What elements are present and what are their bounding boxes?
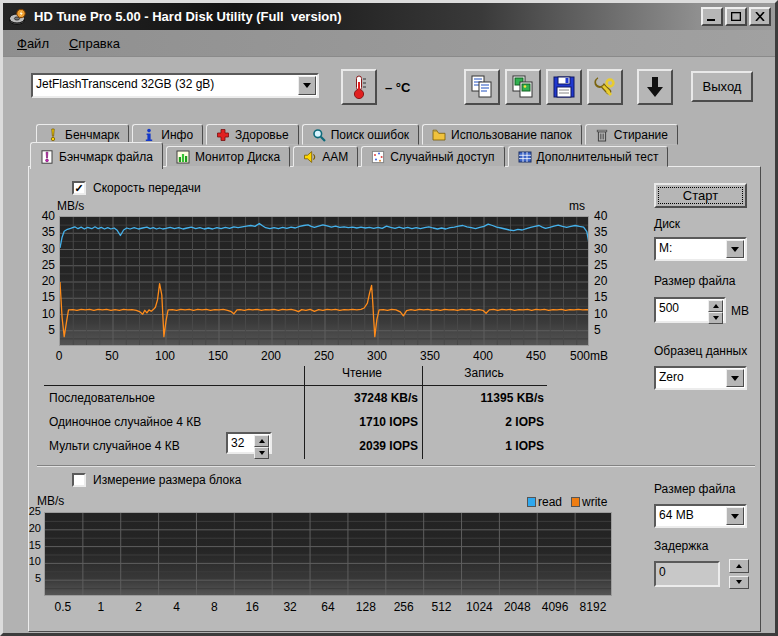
menu-help[interactable]: Справка — [59, 33, 130, 54]
x-tick-label: 1 — [82, 600, 120, 614]
tab-label: Случайный доступ — [390, 150, 494, 164]
disk-select[interactable]: M: — [654, 237, 747, 261]
y-tick-label: 10 — [29, 307, 55, 321]
x-tick-label: 4 — [158, 600, 196, 614]
checkbox-checked-icon: ✓ — [72, 181, 86, 195]
file-size-label: Размер файла — [654, 274, 736, 288]
spinner-up-button[interactable] — [254, 435, 269, 447]
copy-text-button[interactable] — [464, 69, 500, 105]
row-multi-random-write: 1 IOPS — [424, 439, 544, 453]
close-button[interactable] — [749, 7, 771, 26]
device-select[interactable]: JetFlashTranscend 32GB (32 gB) — [31, 73, 319, 98]
download-button[interactable] — [637, 69, 673, 105]
dropdown-arrow-icon[interactable] — [298, 76, 316, 95]
file-size-spinner[interactable]: 500 — [654, 297, 726, 323]
spinner-up-button[interactable] — [729, 559, 749, 573]
x-tick-label: 8192 — [574, 600, 612, 614]
col-header-read: Чтение — [312, 366, 412, 380]
tab-random-access[interactable]: Случайный доступ — [361, 146, 504, 167]
tab-label: Использование папок — [451, 128, 572, 142]
x-tick-label: 400 — [457, 349, 509, 363]
checkbox-unchecked-icon — [72, 473, 86, 487]
save-button[interactable] — [546, 69, 582, 105]
tab-erase[interactable]: Стирание — [585, 124, 678, 145]
y-tick-label: 30 — [29, 242, 55, 256]
data-pattern-label: Образец данных — [654, 344, 747, 358]
tab-label: Дополнительный тест — [537, 150, 659, 164]
red-cross-icon — [216, 128, 230, 142]
y-tick-label: 30 — [594, 242, 624, 256]
x-tick-label: 128 — [347, 600, 385, 614]
row-multi-random-label: Мульти случайное 4 КВ — [49, 439, 180, 453]
x-tick-label: 0 — [33, 349, 85, 363]
temperature-button[interactable] — [341, 69, 377, 105]
write-legend-swatch — [571, 497, 580, 507]
y-tick-label: 20 — [26, 522, 41, 534]
start-button[interactable]: Старт — [654, 183, 747, 208]
delay-field[interactable]: 0 — [654, 561, 720, 587]
chart2-ylabel: MB/s — [37, 494, 64, 508]
tab-health[interactable]: Здоровье — [206, 124, 299, 145]
y-tick-label: 40 — [29, 209, 55, 223]
data-pattern-select[interactable]: Zero — [654, 366, 747, 390]
read-legend-label: read — [538, 495, 562, 509]
tab-label: Инфо — [161, 128, 193, 142]
x-tick-label: 350 — [404, 349, 456, 363]
bar-chart-icon — [176, 150, 190, 164]
disk-label: Диск — [654, 217, 680, 231]
file-excl-icon — [40, 150, 54, 164]
x-tick-label: 256 — [385, 600, 423, 614]
y-tick-label: 15 — [26, 539, 41, 551]
maximize-button[interactable] — [725, 7, 747, 26]
x-tick-label: 32 — [271, 600, 309, 614]
tab-label: Бэнчмарк файла — [59, 150, 153, 164]
exit-button[interactable]: Выход — [691, 71, 753, 102]
y-tick-label: 20 — [594, 274, 624, 288]
x-tick-label: 4096 — [536, 600, 574, 614]
speaker-icon — [303, 150, 317, 164]
block-size-chart — [44, 512, 612, 596]
y-tick-label: 15 — [594, 290, 624, 304]
x-tick-label: 16 — [233, 600, 271, 614]
queue-depth-spinner[interactable]: 32 — [226, 432, 272, 454]
minimize-button[interactable] — [701, 7, 723, 26]
copy-image-button[interactable] — [505, 69, 541, 105]
dropdown-arrow-icon[interactable] — [726, 240, 744, 258]
delay-label: Задержка — [654, 539, 709, 553]
app-icon — [8, 7, 28, 27]
spinner-down-button[interactable] — [729, 576, 749, 590]
window-title: HD Tune Pro 5.00 - Hard Disk Utility (Fu… — [34, 9, 341, 24]
temperature-value: – °C — [385, 80, 410, 95]
toolbar-buttons — [464, 69, 673, 105]
tab-error-scan[interactable]: Поиск ошибок — [302, 124, 419, 145]
block-size-checkbox[interactable]: Измерение размера блока — [72, 473, 241, 487]
read-legend-swatch — [527, 497, 536, 507]
dropdown-arrow-icon[interactable] — [726, 507, 744, 525]
tab-extra-tests[interactable]: Дополнительный тест — [508, 146, 669, 167]
title-bar: HD Tune Pro 5.00 - Hard Disk Utility (Fu… — [3, 3, 775, 30]
row-multi-random-read: 2039 IOPS — [306, 439, 418, 453]
tab-aam[interactable]: ААМ — [293, 146, 358, 167]
tab-disk-monitor[interactable]: Монитор Диска — [166, 146, 290, 167]
row-sequential-write: 11395 KB/s — [424, 391, 544, 405]
transfer-speed-checkbox[interactable]: ✓ Скорость передачи — [72, 181, 201, 195]
x-tick-label: 50 — [86, 349, 138, 363]
tab-file-benchmark[interactable]: Бэнчмарк файла — [30, 142, 163, 169]
folder-icon — [432, 128, 446, 142]
save-icon — [551, 74, 577, 100]
table-vline-1 — [304, 366, 305, 459]
spinner-up-button[interactable] — [708, 300, 723, 312]
dots-icon — [371, 150, 385, 164]
spinner-down-button[interactable] — [708, 312, 723, 324]
tab-folder-usage[interactable]: Использование папок — [422, 124, 582, 145]
dropdown-arrow-icon[interactable] — [726, 369, 744, 387]
row-single-random-read: 1710 IOPS — [306, 415, 418, 429]
options-button[interactable] — [587, 69, 623, 105]
y-tick-label: 35 — [29, 225, 55, 239]
menu-file[interactable]: Файл — [7, 33, 59, 54]
spinner-down-button[interactable] — [254, 447, 269, 459]
y-tick-label: 5 — [594, 323, 624, 337]
copy-text-icon — [469, 74, 495, 100]
block-file-size-select[interactable]: 64 MB — [654, 504, 747, 528]
magnifier-icon — [312, 128, 326, 142]
